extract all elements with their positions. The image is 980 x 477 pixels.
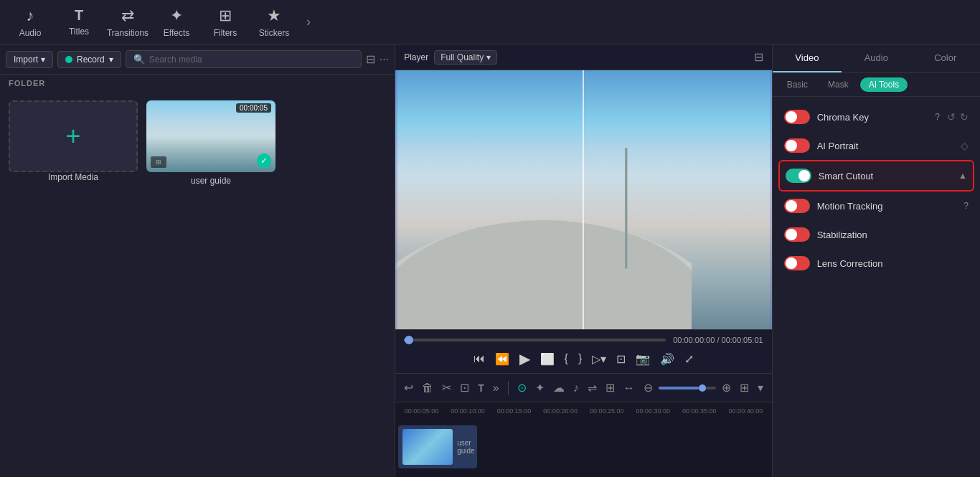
import-media-thumb[interactable]: + <box>9 100 138 172</box>
stop-button[interactable]: ⬜ <box>540 352 555 366</box>
toolbar-effects[interactable]: ✦ Effects <box>152 2 201 42</box>
media-item-label: user guide <box>191 176 231 186</box>
quality-select[interactable]: Full Quality ▾ <box>434 50 497 65</box>
zoom-slider[interactable] <box>659 387 716 389</box>
mark-out-button[interactable]: } <box>578 352 582 365</box>
timeline-audio-icon[interactable]: ♪ <box>570 380 582 396</box>
svg-rect-2 <box>625 148 627 268</box>
media-duration-badge: 00:00:05 <box>236 103 271 113</box>
subtab-mask[interactable]: Mask <box>819 77 857 92</box>
timeline-cut-icon[interactable]: ✂ <box>439 379 454 396</box>
player-fullscreen-icon[interactable]: ⊟ <box>754 50 763 64</box>
subtab-ai-tools[interactable]: AI Tools <box>860 77 908 92</box>
zoom-out-button[interactable]: ⊖ <box>641 379 656 396</box>
timeline-keyframe-icon[interactable]: ⇌ <box>585 379 600 396</box>
smart-cutout-expand-icon[interactable]: ▲ <box>958 171 967 181</box>
timeline-tracks: user guide <box>395 420 771 477</box>
chroma-key-knob <box>786 111 797 123</box>
filters-label: Filters <box>214 28 237 38</box>
chroma-key-toggle[interactable] <box>784 110 810 124</box>
timeline-head-icon[interactable]: ⊙ <box>514 379 529 396</box>
search-box[interactable]: 🔍 Search media <box>126 50 362 68</box>
chroma-key-undo-icon[interactable]: ↺ <box>947 111 956 123</box>
track-item-label: user guide <box>457 439 474 455</box>
prev-frame-button[interactable]: ⏪ <box>495 352 509 366</box>
record-dot-icon <box>65 56 72 63</box>
left-panel-toolbar: Import ▾ Record ▾ 🔍 Search media ⊟ ··· <box>0 44 395 75</box>
top-toolbar: ♪ Audio T Titles ⇄ Transitions ✦ Effects… <box>0 0 980 44</box>
player-controls: 00:00:00:00 / 00:00:05:01 ⏮ ⏪ ▶ ⬜ { } ▷▾… <box>395 329 771 373</box>
toolbar-stickers[interactable]: ★ Stickers <box>250 2 298 42</box>
smart-cutout-toggle[interactable] <box>786 169 811 183</box>
snapshot-button[interactable]: 📷 <box>636 352 650 366</box>
timeline-grid-button[interactable]: ⊞ <box>737 379 752 396</box>
timeline-delete-icon[interactable]: 🗑 <box>419 380 436 396</box>
tab-video[interactable]: Video <box>773 44 842 72</box>
toolbar-expand-arrow[interactable]: › <box>298 2 319 42</box>
more-options-icon[interactable]: ··· <box>380 53 389 66</box>
zoom-in-button[interactable]: ⊕ <box>719 379 734 396</box>
chroma-key-help-icon[interactable]: ? <box>935 112 940 122</box>
record-button[interactable]: Record ▾ <box>57 51 121 68</box>
ruler-mark: 00:00:10:00 <box>445 407 491 415</box>
lens-correction-label: Lens Correction <box>817 258 969 269</box>
lens-correction-toggle[interactable] <box>784 256 810 270</box>
play-button[interactable]: ▶ <box>519 350 530 367</box>
import-label: Import <box>14 55 38 65</box>
timeline-tools: ↩ 🗑 ✂ ⊡ T » ⊙ ✦ ☁ ♪ ⇌ ⊞ ↔ ⊖ <box>395 374 771 402</box>
filter-icon[interactable]: ⊟ <box>366 52 375 66</box>
toolbar-audio[interactable]: ♪ Audio <box>6 2 55 42</box>
motion-tracking-help-icon[interactable]: ? <box>963 201 969 211</box>
player-bar: Player Full Quality ▾ ⊟ <box>395 44 771 70</box>
media-item-user-guide[interactable]: 00:00:05 ⊞ ✓ user guide <box>146 100 275 186</box>
stabilization-knob <box>786 229 797 240</box>
right-panel: Video Audio Color Basic Mask AI Tools Ch… <box>772 44 980 477</box>
timeline-more-icon[interactable]: » <box>490 380 502 396</box>
media-grid: + Import Media 00:00:05 ⊞ ✓ user guide <box>0 92 395 194</box>
timeline-crop-icon[interactable]: ⊡ <box>457 379 472 396</box>
toolbar-filters[interactable]: ⊞ Filters <box>201 2 250 42</box>
titles-label: Titles <box>69 27 89 37</box>
clip-menu-button[interactable]: ▷▾ <box>592 352 606 366</box>
import-button[interactable]: Import ▾ <box>6 51 53 68</box>
timeline-audio-split-icon[interactable]: ☁ <box>550 379 567 396</box>
chroma-key-undo-redo: ↺ ↻ <box>947 111 969 123</box>
fullscreen-button[interactable]: ⊡ <box>616 352 626 366</box>
progress-bar[interactable] <box>404 339 666 341</box>
rewind-button[interactable]: ⏮ <box>473 352 485 365</box>
motion-tracking-toggle[interactable] <box>784 199 810 213</box>
toolbar-titles[interactable]: T Titles <box>55 2 103 42</box>
left-panel: Import ▾ Record ▾ 🔍 Search media ⊟ ··· F… <box>0 44 395 477</box>
tab-audio[interactable]: Audio <box>842 44 910 72</box>
timeline-zoom-controls: ⊖ ⊕ ⊞ ▾ <box>641 379 766 396</box>
timeline-fx-icon[interactable]: ✦ <box>532 379 547 396</box>
ruler-mark: 00:00:05:00 <box>398 407 445 415</box>
tab-color[interactable]: Color <box>911 44 980 72</box>
right-subtabs: Basic Mask AI Tools <box>773 73 980 97</box>
timeline-undo-icon[interactable]: ↩ <box>401 379 416 396</box>
zoom-thumb[interactable] <box>699 384 706 392</box>
chroma-key-redo-icon[interactable]: ↻ <box>960 111 969 123</box>
quality-arrow-icon: ▾ <box>486 52 491 62</box>
ruler-mark: 00:00:30:00 <box>630 407 677 415</box>
subtab-basic[interactable]: Basic <box>778 77 816 92</box>
toolbar-transitions[interactable]: ⇄ Transitions <box>103 2 152 42</box>
progress-thumb[interactable] <box>405 336 413 344</box>
timeline-text-icon[interactable]: T <box>475 381 487 395</box>
toggle-row-ai-portrait: AI Portrait ◇ <box>778 131 974 160</box>
timeline-fit-icon[interactable]: ↔ <box>621 380 638 396</box>
toggle-row-chroma-key: Chroma Key ? ↺ ↻ <box>778 103 974 131</box>
stabilization-toggle[interactable] <box>784 227 810 242</box>
track-item-user-guide[interactable]: user guide <box>398 425 477 468</box>
audio-button[interactable]: 🔊 <box>660 352 674 366</box>
pip-button[interactable]: ⤢ <box>684 352 694 366</box>
timeline-speed-icon[interactable]: ⊞ <box>603 379 618 396</box>
timeline-separator <box>508 381 509 395</box>
import-media-item[interactable]: + Import Media <box>9 100 138 186</box>
right-content: Chroma Key ? ↺ ↻ AI Portrait ◇ <box>773 97 980 477</box>
media-thumb-user-guide[interactable]: 00:00:05 ⊞ ✓ <box>146 100 275 172</box>
ai-portrait-toggle[interactable] <box>784 138 810 153</box>
mark-in-button[interactable]: { <box>565 352 568 365</box>
timeline-settings-arrow[interactable]: ▾ <box>755 379 766 396</box>
zoom-fill <box>659 387 699 389</box>
